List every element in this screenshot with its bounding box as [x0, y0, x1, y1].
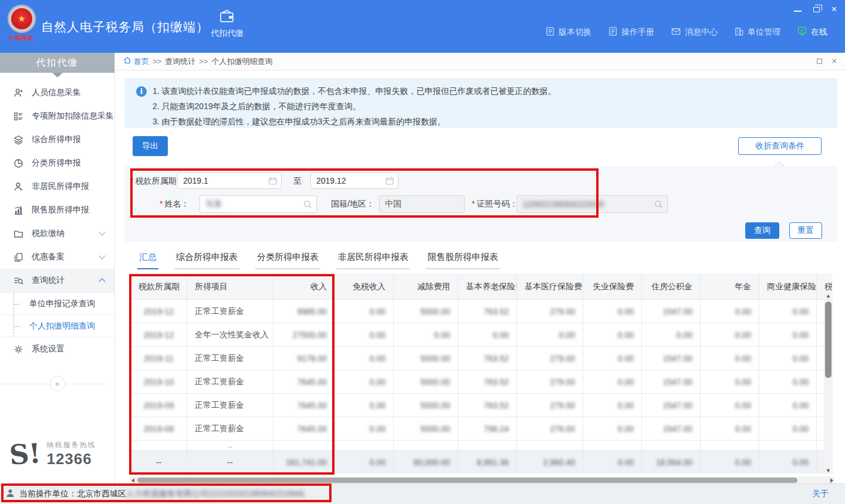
header-link-label: 单位管理 [748, 27, 780, 38]
horizontal-scroll-thumb[interactable] [137, 478, 797, 483]
breadcrumb-item-individual-withholding-detail-query: 个人扣缴明细查询 [211, 56, 272, 67]
search-list-icon [12, 275, 24, 286]
query-button[interactable]: 查询 [745, 222, 779, 239]
header-link-unit-management[interactable]: 单位管理 [734, 26, 780, 38]
sidebar-subitem-individual-withholding-detail-query[interactable]: 个人扣缴明细查询 [0, 315, 114, 337]
scroll-left-icon[interactable] [131, 478, 134, 483]
cell-value: 0.00 [458, 323, 517, 347]
restore-button[interactable] [813, 7, 820, 12]
scroll-down-icon[interactable]: ▼ [824, 468, 833, 473]
sidebar-collapse-button[interactable]: « [50, 376, 65, 391]
tab-comprehensive-income-return[interactable]: 综合所得申报表 [174, 249, 239, 269]
nationality-label: 国籍/地区： [331, 195, 374, 212]
table-row-clipped: .. [131, 441, 833, 451]
sidebar-item-personnel-info-collection[interactable]: 人员信息采集 [0, 81, 114, 104]
minimize-button[interactable] [794, 6, 802, 12]
export-button[interactable]: 导出 [133, 136, 168, 156]
vertical-scrollbar[interactable]: ▲ ▼ [824, 292, 833, 474]
panel-maximize-icon[interactable] [817, 59, 822, 64]
cell-value: 279.00 [517, 300, 583, 323]
tab-classified-income-return[interactable]: 分类所得申报表 [255, 249, 320, 269]
notice-line: 2. 只能查询2019年及之后的数据，不能进行跨年度查询。 [153, 99, 826, 114]
header-link-operation-manual[interactable]: 操作手册 [608, 26, 654, 38]
breadcrumb: 首页>>查询统计>>个人扣缴明细查询 × [115, 53, 845, 70]
sidebar-header: 代扣代缴 [0, 53, 114, 73]
sidebar-subitem-unit-declaration-record-query[interactable]: 单位申报记录查询 [0, 293, 114, 315]
sidebar-item-nonresident-income-declaration[interactable]: 非居民所得申报 [0, 175, 114, 198]
vertical-scroll-thumb[interactable] [825, 302, 832, 378]
period-to-input[interactable]: 2019.12 [310, 172, 398, 189]
calendar-icon[interactable] [268, 176, 278, 187]
name-input[interactable]: 马某 [200, 195, 317, 213]
pie-chart-icon [12, 157, 24, 169]
layers-icon [12, 134, 24, 146]
cell-value: 0.00 [335, 300, 394, 323]
nav-tab-withholding[interactable]: 代扣代缴 [204, 9, 250, 39]
folder-icon [12, 228, 24, 239]
column-header-tax-free-income: 免税收入 [335, 275, 394, 300]
header-link-online-status[interactable]: 在线 [797, 26, 827, 38]
sidebar-submenu: 单位申报记录查询个人扣缴明细查询 [0, 292, 114, 337]
sidebar-item-comprehensive-income-declaration[interactable]: 综合所得申报 [0, 128, 114, 151]
close-button[interactable]: × [832, 5, 837, 13]
notice-line: 1. 该查询统计表仅能查询已申报成功的数据，不包含未申报、申报失败，已申报但已作… [153, 83, 826, 99]
total-income-item: -- [187, 451, 273, 474]
cell-value: 0.00 [583, 323, 642, 347]
cell-value: 763.52 [458, 394, 517, 417]
column-header-annuity: 年金 [701, 275, 759, 300]
sidebar-item-special-deduction-collection[interactable]: 专项附加扣除信息采集 [0, 104, 114, 128]
total-value: 60,000.00 [394, 451, 458, 474]
column-header-income: 收入 [273, 275, 335, 300]
person-icon [12, 181, 24, 192]
cell-ellipsis [273, 441, 335, 451]
to-label: 至 [293, 172, 302, 189]
about-link[interactable]: 关于 [812, 489, 829, 499]
scroll-right-icon[interactable] [830, 478, 833, 483]
period-from-input[interactable]: 2019.1 [177, 172, 282, 189]
scroll-up-icon[interactable]: ▲ [824, 293, 833, 299]
header-link-version-switch[interactable]: 版本切换 [545, 26, 592, 38]
sidebar-item-classified-income-declaration[interactable]: 分类所得申报 [0, 151, 114, 175]
search-icon[interactable] [654, 199, 664, 211]
sidebar-menu: 人员信息采集专项附加扣除信息采集综合所得申报分类所得申报非居民所得申报限售股所得… [0, 73, 114, 361]
cell-value: 0.00 [701, 300, 759, 323]
cell-value: 0.00 [701, 370, 759, 394]
cell-value: 5000.00 [394, 370, 458, 394]
tab-nonresident-income-return[interactable]: 非居民所得申报表 [336, 249, 410, 269]
sidebar-item-system-settings[interactable]: 系统设置 [0, 337, 114, 361]
reset-button[interactable]: 重置 [789, 222, 822, 239]
cell-value: 0.00 [583, 347, 642, 370]
cell-value: 7645.00 [273, 370, 335, 394]
calendar-icon[interactable] [385, 176, 394, 187]
cell-ellipsis: .. [187, 441, 273, 451]
sidebar-item-tax-payment[interactable]: 税款缴纳 [0, 222, 114, 245]
breadcrumb-item-home[interactable]: 首页 [123, 56, 149, 67]
breadcrumb-item-query-statistics: 查询统计 [165, 56, 195, 67]
tab-summary[interactable]: 汇总 [137, 249, 158, 269]
sidebar-item-restricted-shares-declaration[interactable]: 限售股所得申报 [0, 198, 114, 222]
header-link-message-center[interactable]: 消息中心 [671, 26, 718, 38]
panel-controls: × [817, 57, 837, 65]
cell-value: 5000.00 [394, 417, 458, 441]
cell-value: 0.00 [701, 323, 759, 347]
search-icon[interactable] [303, 199, 313, 211]
collapse-query-button[interactable]: 收折查询条件 [738, 137, 822, 155]
cell-tax-period: 2019-12 [131, 300, 187, 323]
panel-close-icon[interactable]: × [832, 57, 837, 65]
sidebar-item-label: 综合所得申报 [32, 134, 81, 145]
header-links: 版本切换操作手册消息中心单位管理在线 [545, 26, 827, 38]
breadcrumb-separator: >> [153, 57, 161, 66]
total-tax-period: -- [131, 451, 187, 474]
cell-value: 5000.00 [394, 394, 458, 417]
tab-restricted-shares-return[interactable]: 限售股所得申报表 [426, 249, 500, 269]
window-controls: × [794, 4, 837, 14]
sidebar: 代扣代缴 人员信息采集专项附加扣除信息采集综合所得申报分类所得申报非居民所得申报… [0, 53, 115, 483]
bar-chart-icon [12, 204, 24, 216]
nationality-input[interactable]: 中国 [379, 195, 465, 213]
sidebar-item-preferential-filing[interactable]: 优惠备案 [0, 245, 114, 269]
cell-ellipsis [394, 441, 458, 451]
sidebar-item-label: 查询统计 [32, 275, 65, 286]
sidebar-item-query-statistics[interactable]: 查询统计 [0, 269, 114, 292]
id-number-input[interactable]: 110502199304222029 [516, 195, 668, 213]
cell-ellipsis [583, 441, 642, 451]
